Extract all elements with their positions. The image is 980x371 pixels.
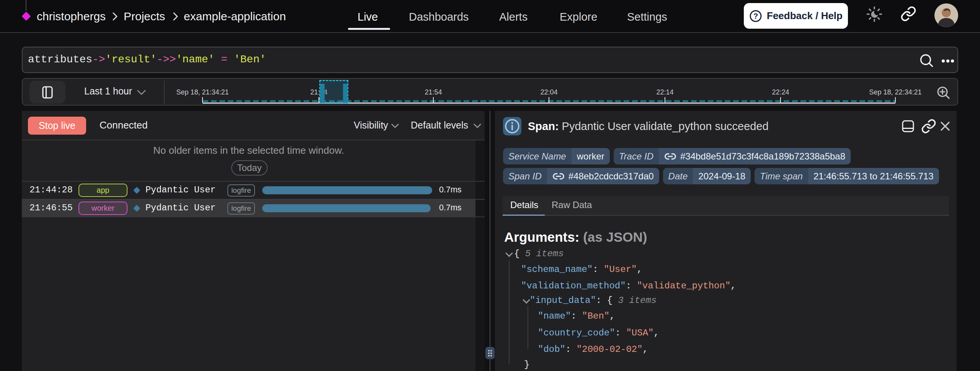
svg-text:?: ? <box>753 12 758 20</box>
